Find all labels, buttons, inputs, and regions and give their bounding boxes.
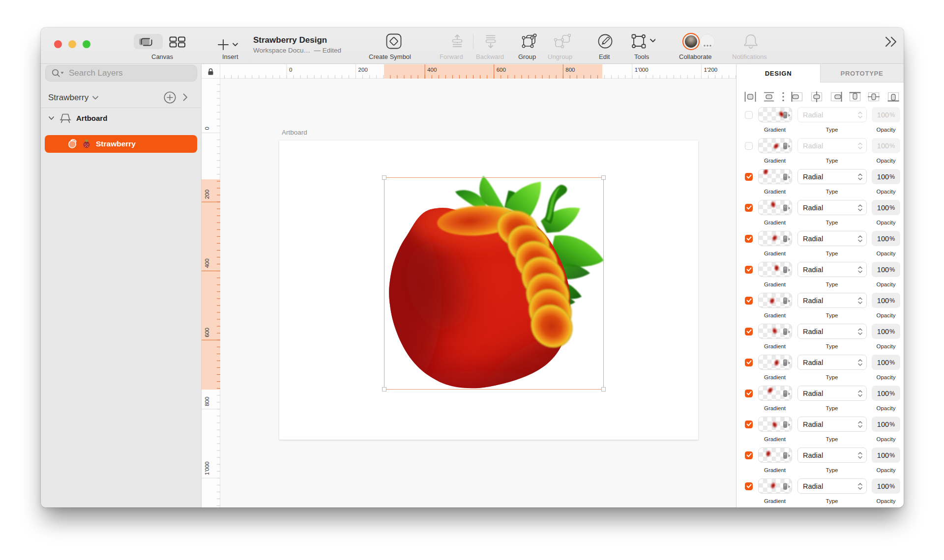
svg-text:400: 400 [427, 67, 437, 73]
svg-text:800: 800 [204, 397, 210, 406]
svg-text:200: 200 [204, 190, 210, 199]
svg-text:800: 800 [565, 67, 575, 73]
svg-text:200: 200 [358, 67, 368, 73]
svg-text:600: 600 [204, 328, 210, 337]
svg-text:1'000: 1'000 [635, 67, 649, 73]
svg-text:1'000: 1'000 [204, 462, 210, 476]
svg-text:1'200: 1'200 [704, 67, 717, 73]
svg-text:0: 0 [204, 127, 210, 130]
svg-text:600: 600 [497, 67, 506, 73]
svg-text:0: 0 [289, 67, 292, 73]
svg-text:400: 400 [204, 258, 210, 268]
